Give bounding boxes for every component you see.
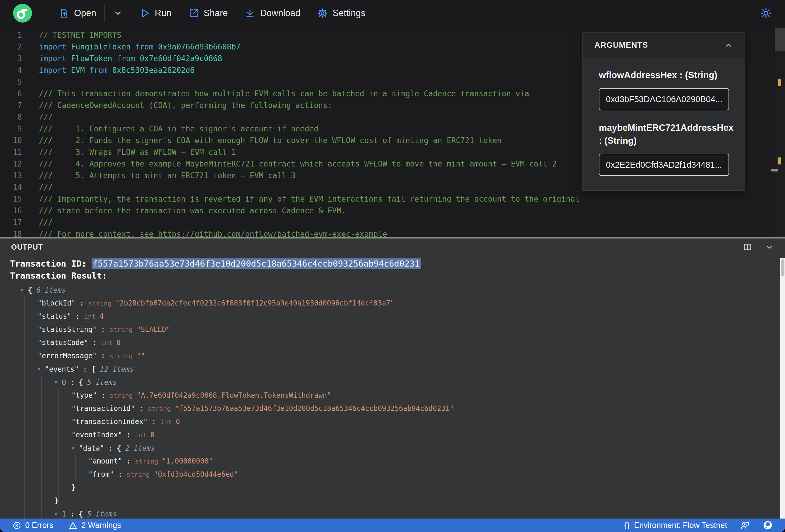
line-number: 7 [0,100,22,111]
code-text: /// [39,217,53,228]
json-items-count: 12 items [100,365,134,373]
chevron-up-icon[interactable] [724,41,733,50]
code-text: /// [39,111,53,123]
expand-toggle-icon[interactable]: ▼ [54,379,57,385]
code-line[interactable]: 15/// Importantly, the transaction is re… [0,193,785,205]
open-button[interactable]: Open [59,8,96,19]
code-token: /// 2. Funds the signer's COA with enoug… [39,136,502,145]
line-number: 15 [0,193,22,205]
json-colon: : [114,470,126,478]
chevron-down-icon [113,8,123,18]
json-items-count: 6 items [36,286,66,295]
json-type: int [160,418,176,426]
line-number: 16 [0,205,22,217]
expand-toggle-icon[interactable]: ▼ [54,511,57,517]
environment-label: Environment: Flow Testnet [634,521,727,530]
code-text: /// 2. Funds the signer's COA with enoug… [39,135,502,146]
json-tree-row: "transactionId" : string "f557a1573b76aa… [10,402,785,415]
transaction-id-value[interactable]: f557a1573b76aa53e73d46f3e10d200d5c18a653… [92,258,420,269]
argument-input-wflow[interactable] [599,88,729,110]
code-text: import FlowToken from 0x7e60df042a9c0868 [39,53,222,65]
output-scrollbar-thumb[interactable] [781,259,784,276]
json-colon: : [97,352,109,360]
json-key: "statusString" [37,325,97,334]
code-token: /// This transaction demonstrates how mu… [39,89,529,98]
json-tree-row: } [10,494,785,507]
json-type: string [109,326,137,333]
json-tree-row: "status" : int 4 [10,310,785,323]
json-tree-row: ▼1 : { 5 items [10,507,785,518]
collapse-output-chevron-icon[interactable] [764,242,774,252]
github-icon[interactable] [763,520,773,530]
json-type: int [101,339,117,347]
expand-toggle-icon[interactable]: ▼ [21,287,23,293]
output-panel: OUTPUT Transaction ID: f557a1573b76aa53e… [0,238,785,518]
flow-logo-icon [13,4,32,23]
json-key: "statusCode" [37,338,88,347]
json-colon: : [148,417,160,426]
overview-cursor-mark [771,169,778,172]
json-key: 1 [62,510,66,518]
overview-warning-mark [778,157,781,164]
settings-label: Settings [332,8,365,19]
line-number: 2 [0,41,22,53]
run-button[interactable]: Run [140,8,172,19]
editor-scrollbar[interactable] [775,26,785,237]
code-link[interactable]: https://github.com/onflow/batched-evm-ex… [158,230,387,237]
arguments-panel-header[interactable]: ARGUMENTS [583,32,744,58]
expand-toggle-icon[interactable]: ▼ [71,445,74,451]
json-key: "data" [79,444,104,452]
download-button[interactable]: Download [245,8,300,19]
code-line[interactable]: 16/// state before the transaction was e… [0,205,785,217]
json-key: "blockId" [37,299,76,307]
json-open-brace: { [28,286,36,295]
editor-scrollbar-thumb[interactable] [775,28,785,51]
json-value: "A.7e60df042a9c0868.FlowToken.TokensWith… [137,391,331,400]
flow-logo[interactable] [13,4,32,23]
open-dropdown-button[interactable] [113,8,123,18]
json-key: "status" [37,312,71,321]
json-value: 0 [176,417,180,426]
json-items-count: 2 items [125,444,155,452]
code-token: // TESTNET IMPORTS [39,31,122,40]
transaction-id-label: Transaction ID: [10,259,92,269]
argument-label-wflow: wflowAddressHex : (String) [599,69,729,82]
output-header: OUTPUT [0,238,785,255]
code-line[interactable]: 18/// For more context, see https://gith… [0,228,785,237]
code-text: /// Importantly, the transaction is reve… [39,193,580,205]
code-text: /// 3. Wraps FLOW as WFLOW – EVM call 1 [39,146,236,158]
arguments-title: ARGUMENTS [594,41,648,50]
transaction-result-label: Transaction Result: [10,270,785,282]
errors-status[interactable]: 0 Errors [12,521,53,530]
code-token: /// CadenceOwnedAccount (COA), performin… [39,101,332,110]
theme-toggle-button[interactable] [760,7,772,19]
open-file-icon [59,8,69,19]
share-button[interactable]: Share [188,8,228,19]
toolbar-separator [104,5,105,22]
json-colon: : [97,391,109,400]
json-tree-row: ▼"events" : [ 12 items [10,362,785,376]
warning-triangle-icon [69,521,78,530]
code-line[interactable]: 17/// [0,217,785,228]
json-key: "transactionIndex" [71,417,148,426]
warnings-status[interactable]: 2 Warnings [69,521,121,530]
open-label: Open [74,8,96,19]
feedback-person-icon[interactable] [740,520,750,530]
environment-status[interactable]: {} Environment: Flow Testnet [624,521,727,530]
json-tree-row: "eventIndex" : int 0 [10,428,785,441]
settings-button[interactable]: Settings [317,8,365,19]
split-view-icon[interactable] [743,242,752,252]
output-body: Transaction ID: f557a1573b76aa53e73d46f3… [0,255,785,518]
json-value: 0 [117,338,121,347]
expand-toggle-icon[interactable]: ▼ [37,366,41,372]
argument-input-maybemint[interactable] [599,154,729,176]
code-editor[interactable]: 1// TESTNET IMPORTS2import FungibleToken… [0,26,785,237]
download-icon [245,8,255,19]
line-number: 5 [0,76,22,88]
json-key: "transactionId" [71,404,135,413]
json-value: 0 [150,431,155,439]
json-tree-row: ▼{ 6 items [10,283,785,297]
line-number: 10 [0,135,22,146]
code-token: FungibleToken [71,43,135,51]
line-number: 17 [0,217,22,228]
